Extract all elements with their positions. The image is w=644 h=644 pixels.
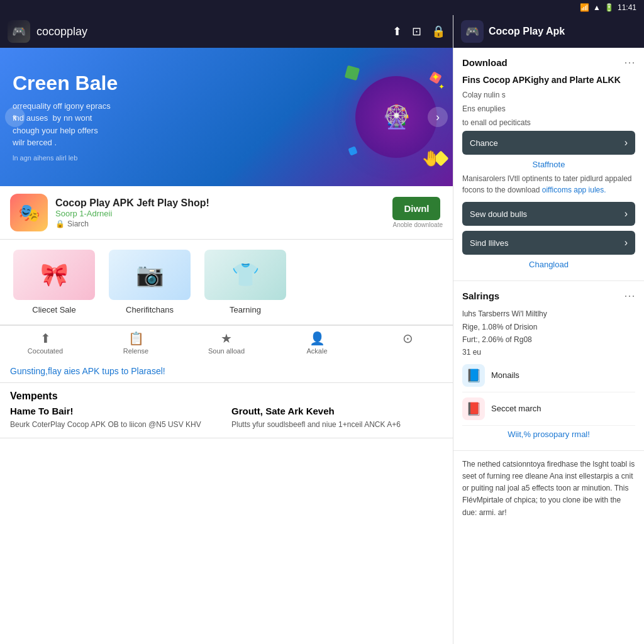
main-split: 🎮 cocopplay ⬆ ⊡ 🔒 ‹ Creen Bale orrequali… bbox=[0, 15, 644, 644]
sew-dould-button[interactable]: Sew dould bulls › bbox=[462, 202, 635, 226]
nav-item-soun-alload[interactable]: ★ Soun alload bbox=[181, 331, 272, 355]
hero-subtitle: orrequality off igony epracs fnd auses b… bbox=[13, 100, 327, 149]
right-header-icon: 🎮 bbox=[461, 20, 484, 43]
vempents-left-title: Hame To Bair! bbox=[10, 406, 221, 416]
sind-llilves-button[interactable]: Sind llilves › bbox=[462, 231, 635, 255]
right-panel: 🎮 Cocop Play Apk Download ⋯ Fins Cocop A… bbox=[453, 15, 644, 644]
app-info-name: Cocop Play APK Jeft Play Shop! bbox=[55, 197, 385, 209]
download-sub: Anoble downloate bbox=[392, 221, 443, 228]
hero-caption: ln agn aihens alirl leb bbox=[13, 154, 327, 162]
right-salrings-header: Salrings ⋯ bbox=[462, 289, 635, 303]
nav-label-cocoutated: Cocoutated bbox=[28, 347, 63, 355]
app-info-search: 🔒 Siarch bbox=[55, 219, 385, 228]
salrings-stats: luhs Tarsberrs Wi'l Miltlhy Rige, 1.08% … bbox=[462, 308, 635, 359]
nav-item-cocoutated[interactable]: ⬆ Cocoutated bbox=[0, 331, 91, 355]
time: 11:41 bbox=[618, 3, 636, 12]
right-salrings-title: Salrings bbox=[462, 291, 499, 301]
right-download-title: Download bbox=[462, 57, 508, 68]
screenshot-icon[interactable]: ⊡ bbox=[412, 25, 421, 38]
staffnote-link[interactable]: Staffnote bbox=[462, 160, 635, 169]
share-icon[interactable]: ⬆ bbox=[392, 25, 402, 38]
chance-button[interactable]: Chance › bbox=[462, 131, 635, 155]
download-more-icon[interactable]: ⋯ bbox=[624, 55, 635, 69]
status-bar: 📶 ▲ 🔋 11:41 bbox=[0, 0, 644, 15]
right-salrings-section: Salrings ⋯ luhs Tarsberrs Wi'l Miltlhy R… bbox=[453, 281, 644, 451]
right-download-header: Download ⋯ bbox=[462, 55, 635, 69]
salrings-more-icon[interactable]: ⋯ bbox=[624, 289, 635, 303]
seccet-march-name: Seccet march bbox=[491, 404, 541, 413]
download-line-1: Colay nulin s bbox=[462, 89, 635, 101]
chevron-right-icon-2: › bbox=[625, 208, 628, 219]
category-thumb-2: 📷 bbox=[109, 250, 191, 300]
hero-circle: 🎡 ✦ ✦ bbox=[355, 76, 437, 158]
category-grid: 🎀 Cliecet Sale 📷 Cherifitchans 👕 Tearnin… bbox=[10, 250, 443, 314]
chevron-right-icon-3: › bbox=[625, 237, 628, 248]
right-header: 🎮 Cocop Play Apk bbox=[453, 15, 644, 48]
download-line-3: to enall od peciticats bbox=[462, 117, 635, 128]
download-line-2: Ens enuplies bbox=[462, 103, 635, 114]
app-topbar: 🎮 cocopplay ⬆ ⊡ 🔒 bbox=[0, 15, 453, 48]
vempents-right-text: Plutts yfur soudlsbeefl and niue 1+nceil… bbox=[231, 419, 443, 430]
hand-icon: 🤚 bbox=[421, 150, 440, 167]
nav-item-circle[interactable]: ⊙ bbox=[362, 331, 453, 355]
vempents-two-col: Hame To Bair! Beurk CoterPlay Cocop APK … bbox=[10, 406, 443, 430]
left-panel: 🎮 cocopplay ⬆ ⊡ 🔒 ‹ Creen Bale orrequali… bbox=[0, 15, 453, 644]
monails-icon: 📘 bbox=[462, 364, 485, 387]
category-item-3[interactable]: 👕 Tearning bbox=[201, 250, 289, 314]
vempents-section: Vempents Hame To Bair! Beurk CoterPlay C… bbox=[0, 383, 453, 438]
changload-link[interactable]: Changload bbox=[462, 260, 635, 269]
download-body-text: Manisarolers lVtll optinents to tater pi… bbox=[462, 173, 635, 196]
bottom-nav: ⬆ Cocoutated 📋 Relense ★ Soun alload 👤 A… bbox=[0, 325, 453, 360]
nav-icon-up: ⬆ bbox=[40, 331, 51, 346]
app-title: cocopplay bbox=[36, 25, 386, 38]
deco-shape-1 bbox=[345, 65, 360, 80]
nav-item-relense[interactable]: 📋 Relense bbox=[91, 331, 181, 355]
nav-label-ackale: Ackale bbox=[306, 347, 327, 355]
salrings-line-4: 31 eu bbox=[462, 346, 635, 358]
battery-icon: 🔋 bbox=[604, 3, 614, 12]
app-info-sub: Soorp 1-Adrneii bbox=[55, 209, 385, 218]
nav-icon-circle: ⊙ bbox=[402, 331, 413, 346]
deco-shape-3 bbox=[348, 146, 357, 155]
app-info-row: 🎭 Cocop Play APK Jeft Play Shop! Soorp 1… bbox=[0, 186, 453, 240]
hero-banner: ‹ Creen Bale orrequality off igony eprac… bbox=[0, 48, 453, 186]
app-list-item-1[interactable]: 📘 Monails bbox=[462, 359, 635, 392]
promo-link[interactable]: Wiit,% prosopary rmal! bbox=[462, 430, 635, 439]
wifi-icon: ▲ bbox=[593, 3, 601, 12]
monails-name: Monails bbox=[491, 370, 519, 380]
right-body-text: The nethed catsionntoya firedhase the ls… bbox=[453, 451, 644, 526]
bookmark-icon[interactable]: 🔒 bbox=[431, 25, 445, 38]
app-info-text: Cocop Play APK Jeft Play Shop! Soorp 1-A… bbox=[55, 197, 385, 228]
salrings-line-2: Rige, 1.08% of Drision bbox=[462, 321, 635, 333]
hero-prev-button[interactable]: ‹ bbox=[5, 107, 25, 127]
nav-label-relense: Relense bbox=[123, 347, 148, 355]
vempents-title: Vempents bbox=[10, 391, 443, 402]
category-item-1[interactable]: 🎀 Cliecet Sale bbox=[10, 250, 98, 314]
hero-title: Creen Bale bbox=[13, 72, 327, 94]
salrings-line-3: Furt:, 2.06% of Rg08 bbox=[462, 333, 635, 346]
seccet-march-icon: 📕 bbox=[462, 397, 485, 420]
lock-icon: 🔒 bbox=[55, 219, 65, 228]
download-btn-container: Diwnl Anoble downloate bbox=[392, 197, 443, 228]
category-label-3: Tearning bbox=[230, 305, 261, 314]
download-inline-link[interactable]: oifficoms app iules. bbox=[542, 186, 606, 194]
category-section: 🎀 Cliecet Sale 📷 Cherifitchans 👕 Tearnin… bbox=[0, 240, 453, 325]
nav-item-ackale[interactable]: 👤 Ackale bbox=[272, 331, 362, 355]
vempents-left-text: Beurk CoterPlay Cocop APK OB to liicon @… bbox=[10, 419, 221, 430]
hero-next-button[interactable]: › bbox=[428, 107, 448, 127]
app-logo-icon: 🎮 bbox=[8, 20, 30, 43]
hero-text: Creen Bale orrequality off igony epracs … bbox=[0, 57, 340, 176]
category-label-1: Cliecet Sale bbox=[32, 305, 75, 314]
download-bold-text: Fins Cocop APKighy and Plarte ALKK bbox=[462, 74, 635, 86]
salrings-line-1: luhs Tarsberrs Wi'l Miltlhy bbox=[462, 308, 635, 320]
nav-label-soun-alload: Soun alload bbox=[208, 347, 245, 355]
chevron-right-icon: › bbox=[625, 137, 628, 148]
vempents-left: Hame To Bair! Beurk CoterPlay Cocop APK … bbox=[10, 406, 221, 430]
vempents-right: Groutt, Sate Ark Keveh Plutts yfur soudl… bbox=[231, 406, 443, 430]
download-button[interactable]: Diwnl bbox=[392, 197, 440, 220]
nav-icon-clipboard: 📋 bbox=[128, 331, 144, 346]
app-list-item-2[interactable]: 📕 Seccet march bbox=[462, 392, 635, 426]
promo-text: Gunsting,flay aies APK tups to Plarasel! bbox=[0, 360, 453, 383]
category-thumb-3: 👕 bbox=[204, 250, 286, 300]
category-item-2[interactable]: 📷 Cherifitchans bbox=[106, 250, 194, 314]
